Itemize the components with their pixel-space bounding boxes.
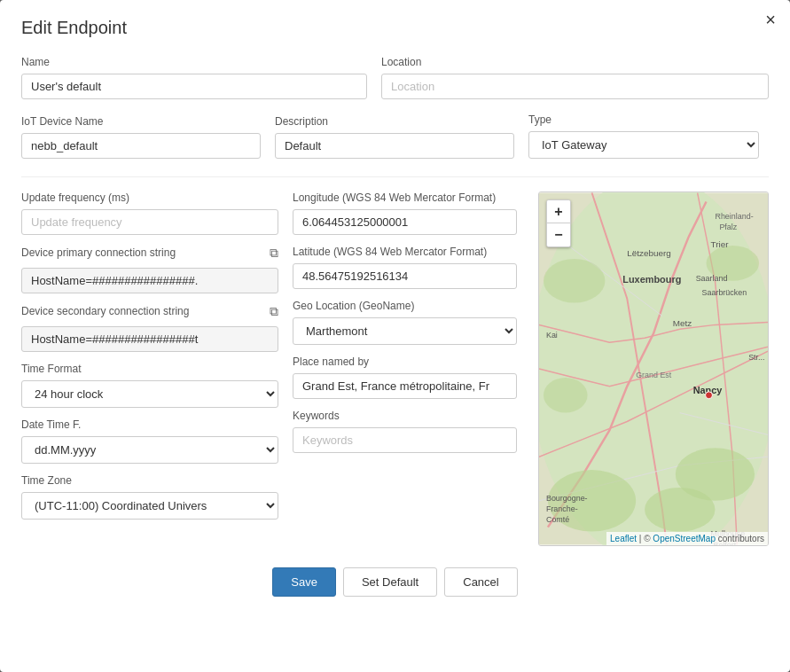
update-freq-label: Update frequency (ms)	[21, 191, 278, 204]
datetime-format-select[interactable]: dd.MM.yyyy MM/dd/yyyy yyyy-MM-dd	[21, 436, 278, 464]
description-label: Description	[275, 115, 514, 128]
keywords-input[interactable]	[293, 427, 517, 453]
attribution-suffix: contributors	[718, 534, 764, 543]
geolocation-select[interactable]: Marthemont Nancy Metz	[293, 317, 517, 345]
copy-secondary-icon[interactable]: ⧉	[270, 304, 278, 319]
device-primary-label: Device primary connection string	[21, 246, 176, 259]
svg-text:Lëtzebuerg: Lëtzebuerg	[627, 248, 671, 258]
type-label: Type	[528, 113, 759, 126]
name-input[interactable]	[21, 74, 367, 99]
svg-text:Metz: Metz	[673, 318, 692, 328]
location-label: Location	[381, 56, 769, 68]
location-input[interactable]	[381, 74, 769, 99]
device-secondary-group: Device secondary connection string ⧉	[21, 304, 278, 352]
copy-primary-icon[interactable]: ⧉	[270, 246, 278, 261]
location-group: Location	[381, 56, 769, 99]
svg-point-7	[645, 488, 715, 532]
set-default-button[interactable]: Set Default	[343, 567, 437, 597]
svg-text:Bourgogne-: Bourgogne-	[546, 494, 588, 503]
longitude-label: Longitude (WGS 84 Web Mercator Format)	[293, 191, 517, 204]
footer-buttons: Save Set Default Cancel	[21, 567, 769, 597]
geolocation-label: Geo Location (GeoName)	[293, 300, 517, 312]
map-attribution: Leaflet | © OpenStreetMap contributors	[606, 532, 768, 545]
svg-point-8	[544, 378, 588, 413]
svg-text:Luxembourg: Luxembourg	[622, 274, 681, 285]
time-format-select[interactable]: 24 hour clock 12 hour clock	[21, 380, 278, 408]
attribution-separator: | ©	[639, 534, 653, 543]
map-column: Rheinland- Pfalz Trier Saarland Saarbrüc…	[538, 191, 769, 546]
datetime-format-group: Date Time F. dd.MM.yyyy MM/dd/yyyy yyyy-…	[21, 418, 278, 464]
longitude-group: Longitude (WGS 84 Web Mercator Format)	[293, 191, 517, 235]
timezone-select[interactable]: (UTC-11:00) Coordinated Univers (UTC+00:…	[21, 492, 278, 520]
divider	[21, 176, 769, 177]
map-svg: Rheinland- Pfalz Trier Saarland Saarbrüc…	[539, 192, 768, 545]
svg-text:Comté: Comté	[546, 515, 569, 524]
timezone-group: Time Zone (UTC-11:00) Coordinated Univer…	[21, 474, 278, 520]
svg-text:Saarland: Saarland	[696, 274, 728, 283]
place-named-input[interactable]	[293, 373, 517, 399]
keywords-group: Keywords	[293, 410, 517, 453]
device-secondary-label: Device secondary connection string	[21, 305, 189, 317]
latitude-label: Latitude (WGS 84 Web Mercator Format)	[293, 246, 517, 258]
svg-text:Rheinland-: Rheinland-	[715, 212, 753, 221]
edit-endpoint-modal: × Edit Endpoint Name Location IoT Device…	[0, 0, 790, 672]
description-group: Description	[275, 115, 514, 159]
svg-text:Saarbrücken: Saarbrücken	[702, 288, 747, 297]
device-secondary-input	[21, 326, 278, 352]
keywords-label: Keywords	[293, 410, 517, 422]
device-primary-group: Device primary connection string ⧉	[21, 246, 278, 293]
update-freq-input[interactable]	[21, 209, 278, 235]
place-named-label: Place named by	[293, 356, 517, 368]
geolocation-group: Geo Location (GeoName) Marthemont Nancy …	[293, 300, 517, 345]
map-container[interactable]: Rheinland- Pfalz Trier Saarland Saarbrüc…	[538, 191, 769, 546]
timezone-label: Time Zone	[21, 474, 278, 487]
iot-device-name-label: IoT Device Name	[21, 115, 261, 128]
cancel-button[interactable]: Cancel	[444, 567, 517, 597]
name-group: Name	[21, 56, 367, 99]
time-format-label: Time Format	[21, 363, 278, 375]
update-freq-group: Update frequency (ms)	[21, 191, 278, 235]
latitude-group: Latitude (WGS 84 Web Mercator Format)	[293, 246, 517, 289]
iot-device-name-input[interactable]	[21, 133, 261, 159]
left-column: Update frequency (ms) Device primary con…	[21, 191, 278, 546]
svg-text:Kai: Kai	[546, 331, 558, 340]
type-select[interactable]: IoT Gateway IoT Device Other	[528, 131, 759, 159]
zoom-in-button[interactable]: +	[547, 200, 570, 223]
svg-point-26	[706, 392, 713, 399]
svg-point-5	[544, 259, 605, 303]
svg-text:Pfalz: Pfalz	[719, 223, 737, 231]
map-zoom-controls: + −	[546, 199, 571, 247]
device-primary-input	[21, 268, 278, 293]
latitude-input[interactable]	[293, 263, 517, 289]
name-label: Name	[21, 56, 367, 68]
svg-text:Grand Est: Grand Est	[636, 371, 672, 379]
leaflet-link[interactable]: Leaflet	[610, 534, 637, 543]
svg-text:Str...: Str...	[748, 353, 764, 362]
longitude-input[interactable]	[293, 209, 517, 235]
middle-column: Longitude (WGS 84 Web Mercator Format) L…	[293, 191, 524, 546]
description-input[interactable]	[275, 133, 514, 159]
close-button[interactable]: ×	[765, 11, 776, 28]
save-button[interactable]: Save	[272, 567, 336, 597]
osm-link[interactable]: OpenStreetMap	[653, 534, 716, 543]
svg-text:Franche-: Franche-	[546, 504, 578, 513]
iot-device-name-group: IoT Device Name	[21, 115, 261, 159]
place-named-group: Place named by	[293, 356, 517, 399]
type-group: Type IoT Gateway IoT Device Other	[528, 113, 759, 159]
time-format-group: Time Format 24 hour clock 12 hour clock	[21, 363, 278, 408]
svg-text:Trier: Trier	[711, 239, 730, 249]
zoom-out-button[interactable]: −	[547, 223, 570, 246]
modal-title: Edit Endpoint	[21, 18, 769, 38]
datetime-format-label: Date Time F.	[21, 418, 278, 431]
